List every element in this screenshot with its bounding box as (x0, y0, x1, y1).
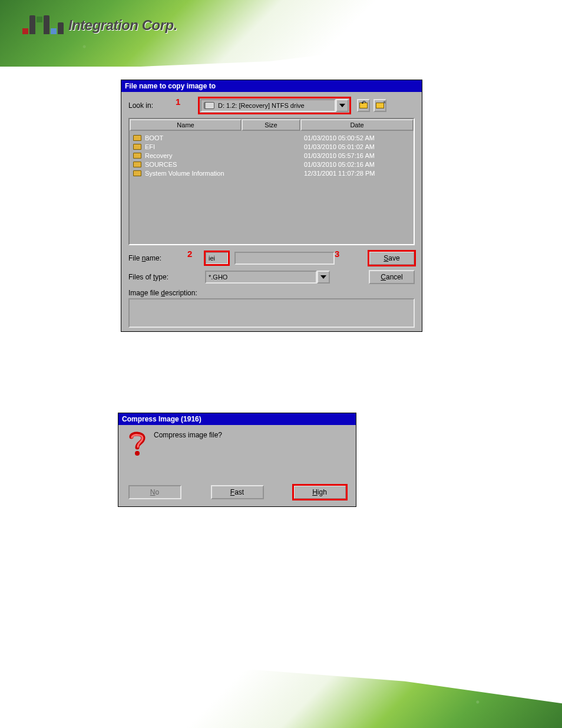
file-list-rows: BOOT 01/03/2010 05:00:52 AM EFI 01/03/20… (130, 131, 414, 180)
file-list-header: Name Size Date (130, 119, 414, 131)
look-in-label: Look in: (128, 101, 193, 110)
question-icon (127, 431, 148, 457)
compress-dialog: Compress Image (1916) Compress image fil… (118, 413, 356, 507)
row-date: 12/31/2001 11:07:28 PM (304, 170, 410, 177)
folder-icon (133, 170, 141, 176)
dialog-title: File name to copy image to (121, 80, 422, 92)
folder-icon (133, 153, 141, 159)
row-date: 01/03/2010 05:00:52 AM (304, 134, 410, 141)
description-box[interactable] (128, 298, 415, 328)
save-button[interactable]: Save (369, 251, 415, 265)
row-name: Recovery (145, 152, 172, 159)
cancel-button[interactable]: Cancel (369, 270, 415, 284)
row-date: 01/03/2010 05:57:16 AM (304, 152, 410, 159)
files-type-value: *.GHO (209, 274, 227, 281)
list-item[interactable]: EFI 01/03/2010 05:01:02 AM (133, 142, 410, 151)
folder-icon (133, 144, 141, 150)
look-in-dropdown[interactable]: D: 1.2: [Recovery] NTFS drive (200, 99, 336, 112)
row-name: System Volume Information (145, 170, 224, 177)
logo-text: Integration Corp. (68, 17, 177, 34)
col-size[interactable]: Size (242, 119, 300, 131)
col-name[interactable]: Name (130, 119, 242, 131)
row-name: BOOT (145, 134, 163, 141)
new-folder-button[interactable] (373, 99, 386, 112)
file-name-input[interactable] (205, 252, 229, 265)
high-button[interactable]: High (293, 485, 346, 499)
save-image-dialog: File name to copy image to Look in: 1 D:… (121, 80, 422, 332)
row-date: 01/03/2010 05:02:16 AM (304, 161, 410, 168)
list-item[interactable]: Recovery 01/03/2010 05:57:16 AM (133, 151, 410, 160)
files-type-select[interactable]: *.GHO (205, 271, 330, 284)
files-type-dropdown-button[interactable] (317, 271, 330, 284)
chevron-down-icon (320, 275, 326, 279)
look-in-value: D: 1.2: [Recovery] NTFS drive (218, 102, 305, 109)
annotation-2: 2 (187, 249, 192, 259)
files-type-label: Files of type: (128, 273, 199, 281)
logo-mark (22, 17, 64, 34)
drive-icon (204, 102, 214, 109)
brand-logo: Integration Corp. (22, 17, 177, 34)
file-list[interactable]: Name Size Date BOOT 01/03/2010 05:00:52 … (128, 118, 415, 245)
folder-icon (133, 135, 141, 141)
list-item[interactable]: BOOT 01/03/2010 05:00:52 AM (133, 133, 410, 142)
look-in-highlight: D: 1.2: [Recovery] NTFS drive (199, 98, 350, 113)
chevron-down-icon (339, 104, 345, 107)
row-date: 01/03/2010 05:01:02 AM (304, 143, 410, 150)
svg-point-0 (135, 451, 140, 456)
list-item[interactable]: SOURCES 01/03/2010 05:02:16 AM (133, 160, 410, 169)
look-in-dropdown-button[interactable] (336, 99, 349, 112)
up-folder-icon (359, 103, 368, 108)
row-name: SOURCES (145, 161, 177, 168)
annotation-1: 1 (176, 97, 180, 107)
up-folder-button[interactable] (357, 99, 370, 112)
col-date[interactable]: Date (300, 119, 414, 131)
description-label: Image file description: (128, 289, 415, 297)
annotation-3: 3 (335, 249, 339, 259)
list-item[interactable]: System Volume Information 12/31/2001 11:… (133, 169, 410, 177)
row-name: EFI (145, 143, 155, 150)
no-button[interactable]: No (128, 485, 181, 499)
fast-button[interactable]: Fast (211, 485, 264, 499)
file-name-input-rest[interactable] (234, 252, 335, 265)
compress-message: Compress image file? (154, 431, 222, 439)
new-folder-icon (376, 103, 384, 108)
folder-icon (133, 162, 141, 167)
dialog-title: Compress Image (1916) (118, 413, 356, 425)
footer-decor (0, 663, 562, 728)
